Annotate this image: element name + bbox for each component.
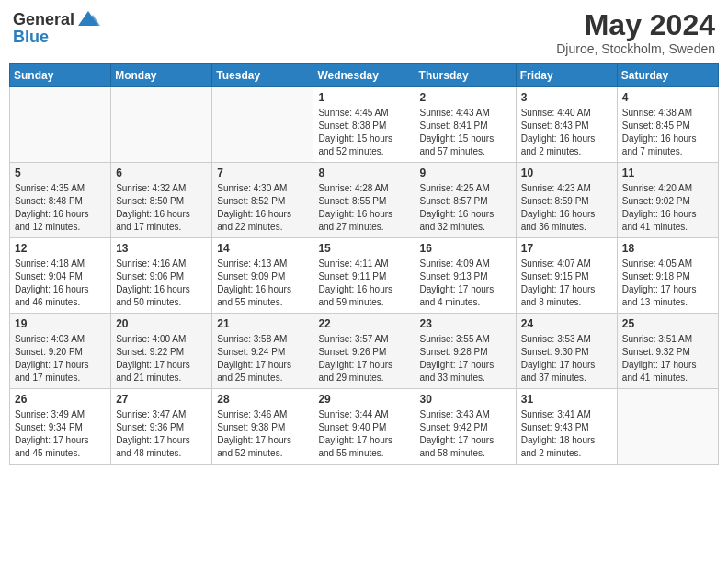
calendar-week-4: 19Sunrise: 4:03 AM Sunset: 9:20 PM Dayli…: [10, 314, 719, 389]
day-info: Sunrise: 4:11 AM Sunset: 9:11 PM Dayligh…: [318, 258, 409, 309]
day-info: Sunrise: 4:20 AM Sunset: 9:02 PM Dayligh…: [622, 182, 713, 234]
day-number: 21: [217, 317, 308, 330]
day-number: 25: [622, 317, 713, 330]
calendar-cell: 24Sunrise: 3:53 AM Sunset: 9:30 PM Dayli…: [516, 314, 617, 389]
calendar-cell: 21Sunrise: 3:58 AM Sunset: 9:24 PM Dayli…: [212, 314, 313, 389]
day-number: 11: [622, 167, 713, 179]
day-info: Sunrise: 4:35 AM Sunset: 8:48 PM Dayligh…: [15, 182, 106, 234]
day-info: Sunrise: 4:30 AM Sunset: 8:52 PM Dayligh…: [217, 182, 308, 234]
day-number: 23: [420, 317, 511, 330]
day-number: 8: [318, 167, 409, 179]
day-number: 13: [116, 242, 207, 255]
calendar-week-1: 1Sunrise: 4:45 AM Sunset: 8:38 PM Daylig…: [10, 87, 719, 163]
col-header-monday: Monday: [111, 64, 212, 87]
logo: General Blue: [13, 9, 100, 47]
calendar-cell: 31Sunrise: 3:41 AM Sunset: 9:43 PM Dayli…: [516, 389, 617, 465]
day-info: Sunrise: 3:49 AM Sunset: 9:34 PM Dayligh…: [15, 408, 106, 460]
day-info: Sunrise: 4:07 AM Sunset: 9:15 PM Dayligh…: [521, 258, 612, 309]
day-number: 17: [521, 242, 612, 255]
day-number: 22: [318, 317, 409, 330]
day-info: Sunrise: 4:28 AM Sunset: 8:55 PM Dayligh…: [318, 182, 409, 234]
calendar-week-5: 26Sunrise: 3:49 AM Sunset: 9:34 PM Dayli…: [10, 389, 719, 465]
calendar-cell: 13Sunrise: 4:16 AM Sunset: 9:06 PM Dayli…: [111, 238, 212, 314]
day-number: 7: [217, 167, 308, 179]
day-info: Sunrise: 4:13 AM Sunset: 9:09 PM Dayligh…: [217, 258, 308, 309]
calendar-header-row: SundayMondayTuesdayWednesdayThursdayFrid…: [10, 64, 719, 87]
calendar-cell: 18Sunrise: 4:05 AM Sunset: 9:18 PM Dayli…: [617, 238, 718, 314]
day-number: 1: [318, 91, 409, 104]
day-info: Sunrise: 3:46 AM Sunset: 9:38 PM Dayligh…: [217, 408, 308, 460]
calendar-cell: 12Sunrise: 4:18 AM Sunset: 9:04 PM Dayli…: [10, 238, 111, 314]
day-number: 20: [116, 317, 207, 330]
logo-icon: [76, 9, 100, 29]
day-number: 30: [420, 393, 511, 406]
day-number: 16: [420, 242, 511, 255]
col-header-saturday: Saturday: [617, 64, 718, 87]
col-header-wednesday: Wednesday: [313, 64, 415, 87]
day-info: Sunrise: 3:58 AM Sunset: 9:24 PM Dayligh…: [217, 333, 308, 385]
day-info: Sunrise: 4:09 AM Sunset: 9:13 PM Dayligh…: [420, 258, 511, 309]
day-number: 15: [318, 242, 409, 255]
calendar-cell: 6Sunrise: 4:32 AM Sunset: 8:50 PM Daylig…: [111, 163, 212, 238]
calendar-cell: 9Sunrise: 4:25 AM Sunset: 8:57 PM Daylig…: [415, 163, 516, 238]
day-info: Sunrise: 4:18 AM Sunset: 9:04 PM Dayligh…: [15, 258, 106, 309]
calendar-cell: 1Sunrise: 4:45 AM Sunset: 8:38 PM Daylig…: [313, 87, 415, 163]
day-number: 14: [217, 242, 308, 255]
day-number: 18: [622, 242, 713, 255]
day-info: Sunrise: 3:47 AM Sunset: 9:36 PM Dayligh…: [116, 408, 207, 460]
day-number: 5: [15, 167, 106, 179]
logo-text: General Blue: [13, 9, 100, 47]
col-header-tuesday: Tuesday: [212, 64, 313, 87]
day-info: Sunrise: 3:53 AM Sunset: 9:30 PM Dayligh…: [521, 333, 612, 385]
calendar-cell: 4Sunrise: 4:38 AM Sunset: 8:45 PM Daylig…: [617, 87, 718, 163]
day-info: Sunrise: 4:25 AM Sunset: 8:57 PM Dayligh…: [420, 182, 511, 234]
calendar-cell: 22Sunrise: 3:57 AM Sunset: 9:26 PM Dayli…: [313, 314, 415, 389]
calendar-cell: 26Sunrise: 3:49 AM Sunset: 9:34 PM Dayli…: [10, 389, 111, 465]
calendar-cell: 30Sunrise: 3:43 AM Sunset: 9:42 PM Dayli…: [415, 389, 516, 465]
month-year: May 2024: [556, 9, 715, 41]
calendar-cell: 29Sunrise: 3:44 AM Sunset: 9:40 PM Dayli…: [313, 389, 415, 465]
day-info: Sunrise: 4:32 AM Sunset: 8:50 PM Dayligh…: [116, 182, 207, 234]
day-info: Sunrise: 3:43 AM Sunset: 9:42 PM Dayligh…: [420, 408, 511, 460]
calendar-cell: 16Sunrise: 4:09 AM Sunset: 9:13 PM Dayli…: [415, 238, 516, 314]
day-number: 9: [420, 167, 511, 179]
day-number: 12: [15, 242, 106, 255]
day-number: 31: [521, 393, 612, 406]
calendar-cell: 25Sunrise: 3:51 AM Sunset: 9:32 PM Dayli…: [617, 314, 718, 389]
calendar-cell: 7Sunrise: 4:30 AM Sunset: 8:52 PM Daylig…: [212, 163, 313, 238]
calendar-cell: 2Sunrise: 4:43 AM Sunset: 8:41 PM Daylig…: [415, 87, 516, 163]
day-info: Sunrise: 3:51 AM Sunset: 9:32 PM Dayligh…: [622, 333, 713, 385]
col-header-friday: Friday: [516, 64, 617, 87]
calendar-week-2: 5Sunrise: 4:35 AM Sunset: 8:48 PM Daylig…: [10, 163, 719, 238]
day-info: Sunrise: 4:38 AM Sunset: 8:45 PM Dayligh…: [622, 107, 713, 158]
day-info: Sunrise: 3:55 AM Sunset: 9:28 PM Dayligh…: [420, 333, 511, 385]
day-number: 29: [318, 393, 409, 406]
calendar-cell: 11Sunrise: 4:20 AM Sunset: 9:02 PM Dayli…: [617, 163, 718, 238]
logo-general: General: [13, 10, 74, 29]
day-number: 24: [521, 317, 612, 330]
day-number: 27: [116, 393, 207, 406]
day-number: 19: [15, 317, 106, 330]
day-number: 26: [15, 393, 106, 406]
calendar-cell: 23Sunrise: 3:55 AM Sunset: 9:28 PM Dayli…: [415, 314, 516, 389]
page: General Blue May 2024 Djuroe, Stockholm,…: [0, 0, 728, 474]
calendar-cell: [617, 389, 718, 465]
calendar-cell: [10, 87, 111, 163]
day-info: Sunrise: 3:41 AM Sunset: 9:43 PM Dayligh…: [521, 408, 612, 460]
day-info: Sunrise: 4:05 AM Sunset: 9:18 PM Dayligh…: [622, 258, 713, 309]
calendar-cell: 28Sunrise: 3:46 AM Sunset: 9:38 PM Dayli…: [212, 389, 313, 465]
day-info: Sunrise: 4:03 AM Sunset: 9:20 PM Dayligh…: [15, 333, 106, 385]
calendar-cell: 20Sunrise: 4:00 AM Sunset: 9:22 PM Dayli…: [111, 314, 212, 389]
title-block: May 2024 Djuroe, Stockholm, Sweden: [556, 9, 715, 56]
calendar-cell: 27Sunrise: 3:47 AM Sunset: 9:36 PM Dayli…: [111, 389, 212, 465]
day-number: 28: [217, 393, 308, 406]
calendar-week-3: 12Sunrise: 4:18 AM Sunset: 9:04 PM Dayli…: [10, 238, 719, 314]
day-number: 2: [420, 91, 511, 104]
day-info: Sunrise: 4:16 AM Sunset: 9:06 PM Dayligh…: [116, 258, 207, 309]
calendar-cell: 10Sunrise: 4:23 AM Sunset: 8:59 PM Dayli…: [516, 163, 617, 238]
calendar-cell: 8Sunrise: 4:28 AM Sunset: 8:55 PM Daylig…: [313, 163, 415, 238]
day-info: Sunrise: 4:23 AM Sunset: 8:59 PM Dayligh…: [521, 182, 612, 234]
calendar-cell: [212, 87, 313, 163]
calendar-cell: 19Sunrise: 4:03 AM Sunset: 9:20 PM Dayli…: [10, 314, 111, 389]
day-info: Sunrise: 4:00 AM Sunset: 9:22 PM Dayligh…: [116, 333, 207, 385]
